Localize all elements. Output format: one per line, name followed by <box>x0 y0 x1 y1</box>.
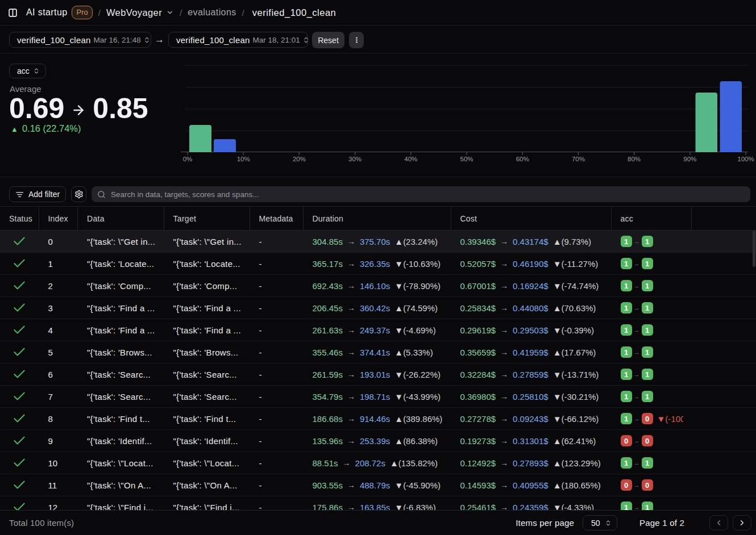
svg-text:80%: 80% <box>628 156 641 162</box>
svg-text:60%: 60% <box>516 156 529 162</box>
svg-text:70%: 70% <box>572 156 585 162</box>
svg-text:50%: 50% <box>460 156 473 162</box>
svg-text:40%: 40% <box>404 156 417 162</box>
svg-text:0%: 0% <box>183 156 193 162</box>
svg-text:90%: 90% <box>683 156 696 162</box>
svg-text:20%: 20% <box>293 156 306 162</box>
svg-text:100%: 100% <box>737 156 754 162</box>
svg-text:30%: 30% <box>348 156 362 162</box>
svg-text:10%: 10% <box>237 156 250 162</box>
